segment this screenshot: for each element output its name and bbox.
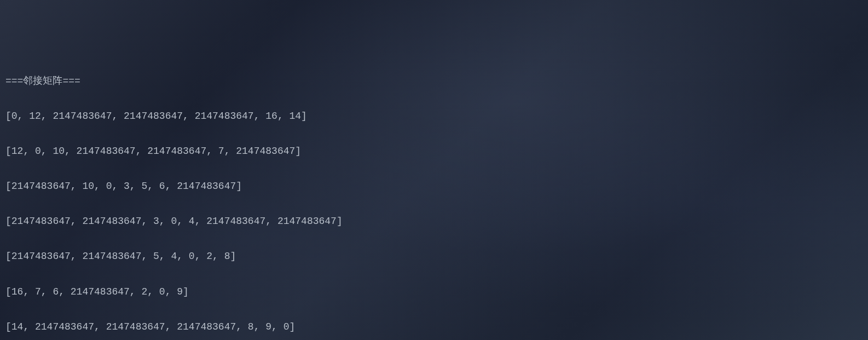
console-line-matrix-row: [2147483647, 2147483647, 5, 4, 0, 2, 8] [5, 247, 863, 265]
console-line-matrix-row: [12, 0, 10, 2147483647, 2147483647, 7, 2… [5, 142, 863, 160]
console-line-matrix-row: [14, 2147483647, 2147483647, 2147483647,… [5, 318, 863, 336]
console-line-header: ===邻接矩阵=== [5, 72, 863, 90]
console-line-matrix-row: [2147483647, 10, 0, 3, 5, 6, 2147483647] [5, 177, 863, 195]
console-line-matrix-row: [16, 7, 6, 2147483647, 2, 0, 9] [5, 283, 863, 301]
console-line-matrix-row: [2147483647, 2147483647, 3, 0, 4, 214748… [5, 212, 863, 230]
console-line-matrix-row: [0, 12, 2147483647, 2147483647, 21474836… [5, 107, 863, 125]
